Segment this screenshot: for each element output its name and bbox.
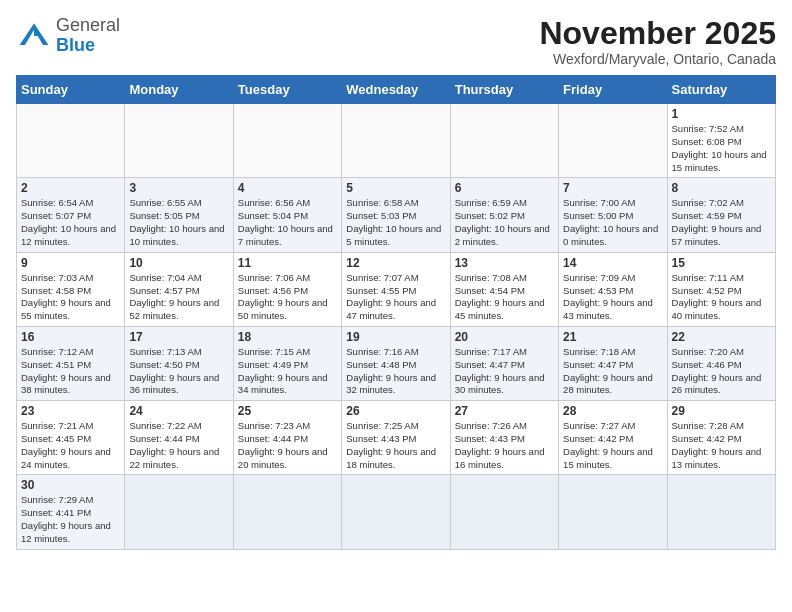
weekday-header-thursday: Thursday <box>450 76 558 104</box>
calendar-day-cell: 15Sunrise: 7:11 AM Sunset: 4:52 PM Dayli… <box>667 252 775 326</box>
calendar-day-cell: 17Sunrise: 7:13 AM Sunset: 4:50 PM Dayli… <box>125 326 233 400</box>
day-info: Sunrise: 7:08 AM Sunset: 4:54 PM Dayligh… <box>455 272 554 323</box>
day-number: 12 <box>346 256 445 270</box>
calendar-day-cell: 8Sunrise: 7:02 AM Sunset: 4:59 PM Daylig… <box>667 178 775 252</box>
weekday-header-tuesday: Tuesday <box>233 76 341 104</box>
calendar-day-cell: 18Sunrise: 7:15 AM Sunset: 4:49 PM Dayli… <box>233 326 341 400</box>
day-info: Sunrise: 7:22 AM Sunset: 4:44 PM Dayligh… <box>129 420 228 471</box>
day-number: 22 <box>672 330 771 344</box>
weekday-header-wednesday: Wednesday <box>342 76 450 104</box>
day-number: 13 <box>455 256 554 270</box>
logo-blue: Blue <box>56 36 120 56</box>
calendar-day-cell: 26Sunrise: 7:25 AM Sunset: 4:43 PM Dayli… <box>342 401 450 475</box>
calendar-day-cell <box>233 104 341 178</box>
calendar-day-cell: 14Sunrise: 7:09 AM Sunset: 4:53 PM Dayli… <box>559 252 667 326</box>
day-info: Sunrise: 7:29 AM Sunset: 4:41 PM Dayligh… <box>21 494 120 545</box>
calendar-day-cell: 28Sunrise: 7:27 AM Sunset: 4:42 PM Dayli… <box>559 401 667 475</box>
calendar-day-cell <box>125 475 233 549</box>
day-info: Sunrise: 7:25 AM Sunset: 4:43 PM Dayligh… <box>346 420 445 471</box>
calendar-day-cell: 13Sunrise: 7:08 AM Sunset: 4:54 PM Dayli… <box>450 252 558 326</box>
calendar-day-cell: 30Sunrise: 7:29 AM Sunset: 4:41 PM Dayli… <box>17 475 125 549</box>
calendar-day-cell: 20Sunrise: 7:17 AM Sunset: 4:47 PM Dayli… <box>450 326 558 400</box>
calendar-day-cell: 7Sunrise: 7:00 AM Sunset: 5:00 PM Daylig… <box>559 178 667 252</box>
day-number: 27 <box>455 404 554 418</box>
weekday-header-monday: Monday <box>125 76 233 104</box>
calendar-day-cell: 19Sunrise: 7:16 AM Sunset: 4:48 PM Dayli… <box>342 326 450 400</box>
day-number: 3 <box>129 181 228 195</box>
calendar-day-cell: 12Sunrise: 7:07 AM Sunset: 4:55 PM Dayli… <box>342 252 450 326</box>
day-info: Sunrise: 7:00 AM Sunset: 5:00 PM Dayligh… <box>563 197 662 248</box>
day-number: 16 <box>21 330 120 344</box>
calendar-day-cell <box>559 475 667 549</box>
calendar-day-cell: 22Sunrise: 7:20 AM Sunset: 4:46 PM Dayli… <box>667 326 775 400</box>
day-number: 10 <box>129 256 228 270</box>
logo-icon <box>16 18 52 54</box>
day-number: 30 <box>21 478 120 492</box>
calendar-week-row: 16Sunrise: 7:12 AM Sunset: 4:51 PM Dayli… <box>17 326 776 400</box>
calendar-day-cell <box>233 475 341 549</box>
day-info: Sunrise: 7:06 AM Sunset: 4:56 PM Dayligh… <box>238 272 337 323</box>
calendar-day-cell: 23Sunrise: 7:21 AM Sunset: 4:45 PM Dayli… <box>17 401 125 475</box>
day-number: 8 <box>672 181 771 195</box>
day-info: Sunrise: 7:18 AM Sunset: 4:47 PM Dayligh… <box>563 346 662 397</box>
weekday-header-sunday: Sunday <box>17 76 125 104</box>
calendar-week-row: 2Sunrise: 6:54 AM Sunset: 5:07 PM Daylig… <box>17 178 776 252</box>
month-title: November 2025 <box>539 16 776 51</box>
day-number: 23 <box>21 404 120 418</box>
calendar-day-cell <box>450 104 558 178</box>
calendar-day-cell: 21Sunrise: 7:18 AM Sunset: 4:47 PM Dayli… <box>559 326 667 400</box>
day-info: Sunrise: 6:55 AM Sunset: 5:05 PM Dayligh… <box>129 197 228 248</box>
location-subtitle: Wexford/Maryvale, Ontario, Canada <box>539 51 776 67</box>
calendar-day-cell <box>17 104 125 178</box>
day-info: Sunrise: 7:23 AM Sunset: 4:44 PM Dayligh… <box>238 420 337 471</box>
day-info: Sunrise: 7:21 AM Sunset: 4:45 PM Dayligh… <box>21 420 120 471</box>
calendar-day-cell: 3Sunrise: 6:55 AM Sunset: 5:05 PM Daylig… <box>125 178 233 252</box>
day-info: Sunrise: 7:15 AM Sunset: 4:49 PM Dayligh… <box>238 346 337 397</box>
page-header: General Blue November 2025 Wexford/Maryv… <box>16 16 776 67</box>
calendar-day-cell: 5Sunrise: 6:58 AM Sunset: 5:03 PM Daylig… <box>342 178 450 252</box>
calendar-day-cell: 27Sunrise: 7:26 AM Sunset: 4:43 PM Dayli… <box>450 401 558 475</box>
day-info: Sunrise: 7:07 AM Sunset: 4:55 PM Dayligh… <box>346 272 445 323</box>
day-number: 19 <box>346 330 445 344</box>
day-info: Sunrise: 7:20 AM Sunset: 4:46 PM Dayligh… <box>672 346 771 397</box>
day-number: 29 <box>672 404 771 418</box>
day-info: Sunrise: 7:16 AM Sunset: 4:48 PM Dayligh… <box>346 346 445 397</box>
day-info: Sunrise: 6:56 AM Sunset: 5:04 PM Dayligh… <box>238 197 337 248</box>
day-info: Sunrise: 7:13 AM Sunset: 4:50 PM Dayligh… <box>129 346 228 397</box>
calendar-day-cell: 4Sunrise: 6:56 AM Sunset: 5:04 PM Daylig… <box>233 178 341 252</box>
day-info: Sunrise: 6:58 AM Sunset: 5:03 PM Dayligh… <box>346 197 445 248</box>
calendar-day-cell: 11Sunrise: 7:06 AM Sunset: 4:56 PM Dayli… <box>233 252 341 326</box>
calendar-week-row: 30Sunrise: 7:29 AM Sunset: 4:41 PM Dayli… <box>17 475 776 549</box>
calendar-day-cell <box>450 475 558 549</box>
calendar-table: SundayMondayTuesdayWednesdayThursdayFrid… <box>16 75 776 550</box>
day-number: 1 <box>672 107 771 121</box>
day-number: 2 <box>21 181 120 195</box>
calendar-day-cell: 9Sunrise: 7:03 AM Sunset: 4:58 PM Daylig… <box>17 252 125 326</box>
calendar-day-cell <box>125 104 233 178</box>
day-number: 17 <box>129 330 228 344</box>
day-info: Sunrise: 7:03 AM Sunset: 4:58 PM Dayligh… <box>21 272 120 323</box>
day-number: 11 <box>238 256 337 270</box>
calendar-day-cell: 6Sunrise: 6:59 AM Sunset: 5:02 PM Daylig… <box>450 178 558 252</box>
logo-general: General <box>56 16 120 36</box>
day-number: 18 <box>238 330 337 344</box>
calendar-week-row: 1Sunrise: 7:52 AM Sunset: 6:08 PM Daylig… <box>17 104 776 178</box>
day-info: Sunrise: 6:59 AM Sunset: 5:02 PM Dayligh… <box>455 197 554 248</box>
day-info: Sunrise: 7:28 AM Sunset: 4:42 PM Dayligh… <box>672 420 771 471</box>
day-info: Sunrise: 7:04 AM Sunset: 4:57 PM Dayligh… <box>129 272 228 323</box>
calendar-day-cell: 2Sunrise: 6:54 AM Sunset: 5:07 PM Daylig… <box>17 178 125 252</box>
day-number: 5 <box>346 181 445 195</box>
day-info: Sunrise: 7:52 AM Sunset: 6:08 PM Dayligh… <box>672 123 771 174</box>
day-number: 24 <box>129 404 228 418</box>
logo-text: General Blue <box>56 16 120 56</box>
day-number: 15 <box>672 256 771 270</box>
weekday-header-saturday: Saturday <box>667 76 775 104</box>
day-number: 4 <box>238 181 337 195</box>
calendar-week-row: 23Sunrise: 7:21 AM Sunset: 4:45 PM Dayli… <box>17 401 776 475</box>
day-info: Sunrise: 7:09 AM Sunset: 4:53 PM Dayligh… <box>563 272 662 323</box>
day-number: 9 <box>21 256 120 270</box>
day-info: Sunrise: 6:54 AM Sunset: 5:07 PM Dayligh… <box>21 197 120 248</box>
day-number: 26 <box>346 404 445 418</box>
calendar-day-cell <box>342 475 450 549</box>
logo: General Blue <box>16 16 120 56</box>
